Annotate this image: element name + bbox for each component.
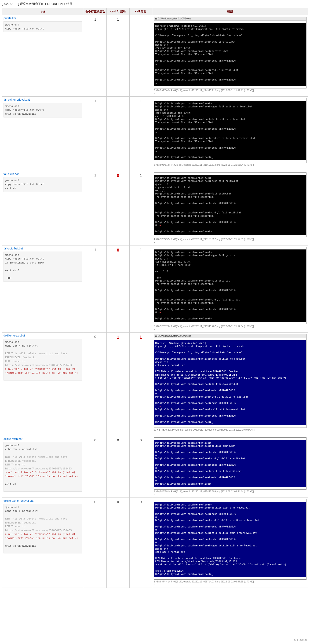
ellipsis: ~ — [154, 92, 306, 95]
bat-filename: delfile-exitb.bat — [4, 437, 82, 441]
bat-source-code: @echo off echo abc > normal.txt REM This… — [4, 338, 82, 380]
terminal-output: D:\gitw\dailytools\cmd-batch\errorlevel>… — [154, 175, 306, 235]
errorlevel-value: 0 — [108, 437, 128, 442]
table-row: fail-exit-errorlevel.bat@echo off copy n… — [2, 96, 308, 171]
errorlevel-value: 0 — [131, 499, 151, 504]
terminal-output: Microsoft Windows [Version 6.1.7601] Cop… — [154, 23, 306, 86]
terminal-screenshot: D:\gitw\dailytools\cmd-batch\errorlevel>… — [154, 172, 306, 237]
errorlevel-value: 1 — [131, 334, 151, 340]
bat-source-code: @echo off copy nosuchfile.txt 0.txt — [4, 21, 82, 32]
th-call: call 启动 — [130, 8, 152, 15]
terminal-screenshot: D:\gitw\dailytools\cmd-batch\errorlevel>… — [154, 98, 306, 163]
ellipsis: ~ — [154, 432, 306, 434]
bat-filename: purefail.bat — [4, 16, 82, 20]
terminal-screenshot: ▣ C:\Windows\system32\CMD.exeMicrosoft W… — [154, 16, 306, 88]
terminal-output: D:\gitw\dailytools\cmd-batch\errorlevel>… — [154, 250, 306, 322]
table-row: fail-goto.bat.bat@echo off copy nosuchfi… — [2, 245, 308, 332]
ellipsis: ~ — [154, 241, 306, 244]
errorlevel-value: 0 — [108, 172, 128, 178]
errorlevel-value: 0 — [86, 499, 105, 504]
terminal-screenshot: D:\gitw\dailytools\cmd-batch\errorlevel>… — [154, 437, 306, 490]
terminal-screenshot: ▣ C:\Windows\system32\CMD.exeMicrosoft W… — [154, 334, 306, 428]
bat-filename: fail-goto.bat.bat — [4, 247, 82, 250]
doc-title: [2022-01-12] 观察各种组合下的 ERRORLEVEL 结果。 — [2, 2, 308, 6]
errorlevel-value: 1 — [86, 247, 105, 252]
terminal-output: D:\gitw\dailytools\cmd-batch\errorlevel>… — [154, 440, 306, 487]
errorlevel-value: 1 — [131, 98, 151, 103]
table-row: fail-exitb.bat@echo off copy nosuchfile.… — [2, 171, 308, 245]
table-row: purefail.bat@echo off copy nosuchfile.tx… — [2, 15, 308, 97]
ellipsis: ~ — [154, 584, 306, 586]
bat-source-code: @echo off copy nosuchfile.txt 0.txt exit… — [4, 103, 82, 118]
errorlevel-value — [131, 16, 151, 18]
errorlevel-value: 0 — [86, 334, 105, 338]
errorlevel-value: 1 — [86, 16, 105, 21]
terminal-output: Microsoft Windows [Version 6.1.7601] Cop… — [154, 340, 306, 425]
th-shot: 截图 — [152, 8, 308, 15]
screenshot-caption: 8 KB (837*441), PNG(8-bit), everpic-2022… — [154, 580, 306, 583]
screenshot-caption: 12 KB (837*522), PNG(8-bit), everpic-202… — [154, 428, 306, 431]
errorlevel-value: 1 — [86, 98, 105, 103]
terminal-screenshot: D:\gitw\dailytools\cmd-batch\errorlevel>… — [154, 247, 306, 324]
bat-source-code: @echo off copy nosuchfile.txt 0.txt exit… — [4, 177, 82, 192]
table-row: delfile-exitb.bat@echo off echo abc > no… — [2, 436, 308, 498]
errorlevel-value: 0 — [131, 437, 151, 442]
th-direct: 命令行直接启动 — [84, 8, 107, 15]
bat-filename: fail-exitb.bat — [4, 172, 82, 176]
screenshot-caption: 5 KB (595*313), PNG(8-bit), everpic-2022… — [154, 164, 306, 166]
ellipsis: ~ — [154, 494, 306, 496]
errorlevel-value: 0 — [108, 499, 128, 504]
ellipsis: ~ — [154, 328, 306, 331]
bat-filename: fail-exit-errorlevel.bat — [4, 98, 82, 101]
screenshot-caption: 4 KB (520*297), PNG(8-bit), everpic-2022… — [154, 238, 306, 240]
th-cmdc: cmd /c 启动 — [107, 8, 130, 15]
errorlevel-value: 0 — [108, 247, 128, 253]
terminal-titlebar: ▣ C:\Windows\system32\CMD.exe — [154, 334, 306, 338]
table-row: delfile-no-exit.bat@echo off echo abc > … — [2, 332, 308, 436]
bat-filename: delfile-no-exit.bat — [4, 334, 82, 337]
terminal-titlebar: ▣ C:\Windows\system32\CMD.exe — [154, 17, 306, 20]
errorlevel-value: 1 — [108, 334, 128, 340]
bat-filename: delfile-exit-errorlevel.bat — [4, 499, 82, 502]
errorlevel-value: 0 — [86, 437, 105, 442]
errorlevel-value: 1 — [108, 98, 128, 103]
terminal-screenshot: D:\gitw\dailytools\cmd-batch\errorlevel>… — [154, 499, 306, 580]
errorlevel-value: 1 — [108, 16, 128, 21]
ellipsis: ~ — [154, 167, 306, 170]
bat-source-code: @echo off echo abc > normal.txt REM This… — [4, 442, 82, 492]
errorlevel-table: bat 命令行直接启动 cmd /c 启动 call 启动 截图 purefai… — [2, 8, 308, 588]
th-bat: bat — [2, 8, 84, 15]
errorlevel-value: 1 — [131, 172, 151, 177]
screenshot-caption: 3 KB (548*281), PNG(8-bit), everpic-2022… — [154, 490, 306, 493]
terminal-output: D:\gitw\dailytools\cmd-batch\errorlevel>… — [154, 100, 306, 160]
screenshot-caption: 5 KB (526*379), PNG(8-bit), everpic-2022… — [154, 325, 306, 328]
errorlevel-value: 1 — [86, 172, 105, 177]
bat-source-code: @echo off echo abc > normal.txt REM This… — [4, 504, 82, 554]
terminal-output: D:\gitw\dailytools\cmd-batch\errorlevel>… — [154, 502, 306, 577]
errorlevel-value: 1 — [131, 247, 151, 252]
bat-source-code: @echo off copy nosuchfile.txt 0.txt if E… — [4, 252, 82, 282]
screenshot-caption: 7 KB (591*362), PNG(8-bit), everpic-2022… — [154, 89, 306, 92]
table-row: delfile-exit-errorlevel.bat@echo off ech… — [2, 498, 308, 588]
